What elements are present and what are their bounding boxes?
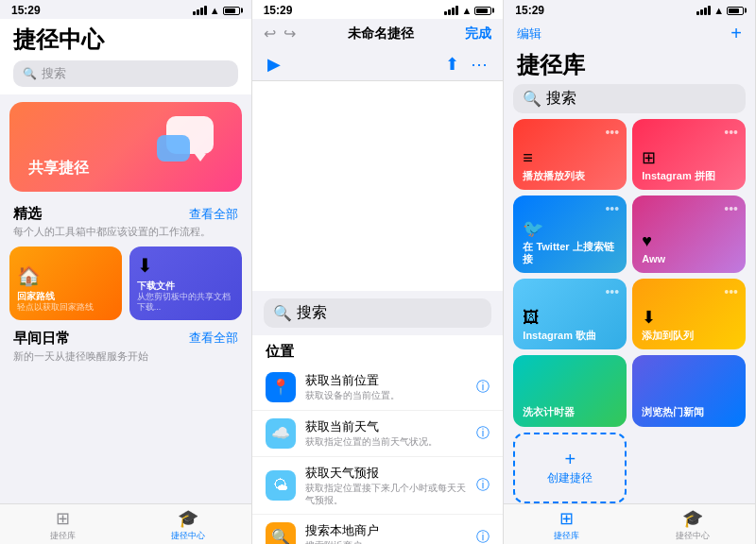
more-icon-1[interactable]: ••• <box>605 125 619 140</box>
undo-icon[interactable]: ↩ <box>264 25 276 42</box>
card-instagram-song[interactable]: ••• 🖼 Instagram 歌曲 <box>513 279 627 349</box>
tab-jiejingku-label-3: 捷径库 <box>554 530 579 542</box>
featured-link[interactable]: 查看全部 <box>189 206 238 223</box>
card-download-label: 下载文件 <box>137 280 234 292</box>
time-1: 15:29 <box>11 4 41 17</box>
panel-unnamed-shortcut: 15:29 ▲ ↩ ↪ 未命名捷径 完成 ▶ ⬆ ⋯ 🔍 搜索 <box>252 0 505 544</box>
tab-jiejingku-3[interactable]: ⊞ 捷径库 <box>504 508 629 542</box>
share-icon[interactable]: ⬆ <box>445 54 459 75</box>
p1-content: 共享捷径 精选 查看全部 每个人的工具箱中都应该设置的工作流程。 🏠 回家路线 … <box>0 94 251 503</box>
p3-header: 编辑 + <box>504 19 755 50</box>
tab-zhongxin-3[interactable]: 🎓 捷径中心 <box>629 508 755 542</box>
settings-icon[interactable]: ⋯ <box>471 54 488 75</box>
status-bar-3: 15:29 ▲ <box>504 0 755 19</box>
play-icon[interactable]: ▶ <box>267 54 281 75</box>
card-twitter-search[interactable]: ••• 🐦 在 Twitter 上搜索链接 <box>513 196 627 273</box>
action-forecast-icon-wrap: 🌤 <box>266 470 296 501</box>
daily-title: 早间日常 <box>13 330 70 348</box>
card-playlist-name: 播放播放列表 <box>523 170 617 182</box>
p1-search-bar[interactable]: 🔍 搜索 <box>13 60 238 87</box>
p3-add-button[interactable]: + <box>730 23 742 44</box>
card-news-name: 浏览热门新闻 <box>642 406 736 418</box>
search-icon-1: 🔍 <box>23 67 37 80</box>
action-forecast-name: 获取天气预报 <box>305 465 468 482</box>
action-location-info[interactable]: ⓘ <box>476 379 490 396</box>
tab-jiejingku-1[interactable]: ⊞ 捷径库 <box>0 508 126 542</box>
signal-icon-3 <box>696 6 711 15</box>
status-icons-3: ▲ <box>696 5 744 16</box>
card-instagram-collage[interactable]: ••• ⊞ Instagram 拼图 <box>632 119 746 190</box>
status-icons-1: ▲ <box>193 5 240 16</box>
redo-icon[interactable]: ↪ <box>284 25 296 42</box>
playlist-icon: ≡ <box>523 148 617 168</box>
card-hot-news[interactable]: 浏览热门新闻 <box>632 355 746 426</box>
action-business-desc: 搜索附近商户。 <box>305 539 468 544</box>
card-home-sublabel: 轻点以获取回家路线 <box>17 302 114 313</box>
action-business-info[interactable]: ⓘ <box>476 529 490 545</box>
card-queue-name: 添加到队列 <box>642 330 736 342</box>
action-search-business[interactable]: 🔍 搜索本地商户 搜索附近商户。 ⓘ <box>252 515 504 545</box>
search-icon-3: 🔍 <box>523 90 541 108</box>
p3-title: 捷径库 <box>504 50 755 84</box>
action-weather-text: 获取当前天气 获取指定位置的当前天气状况。 <box>305 418 468 448</box>
action-weather-icon-wrap: ☁️ <box>266 418 296 449</box>
action-get-location[interactable]: 📍 获取当前位置 获取设备的当前位置。 ⓘ <box>252 365 504 411</box>
panel-jiejingku: 15:29 ▲ 编辑 + 捷径库 🔍 搜索 ••• ≡ 播放播放列表 ••• <box>504 0 756 544</box>
status-icons-2: ▲ <box>444 5 491 16</box>
p1-header: 捷径中心 🔍 搜索 <box>0 19 251 94</box>
tab-jiejingzhongxin-1[interactable]: 🎓 捷径中心 <box>126 508 251 542</box>
featured-cards-row: 🏠 回家路线 轻点以获取回家路线 ⬇ 下载文件 从您剪切板中的共享文档下载... <box>0 243 251 324</box>
create-plus-icon: + <box>564 449 576 470</box>
card-aww-name: Aww <box>642 253 736 265</box>
action-get-weather[interactable]: ☁️ 获取当前天气 获取指定位置的当前天气状况。 ⓘ <box>252 411 504 457</box>
create-shortcut-card[interactable]: + 创建捷径 <box>513 433 627 503</box>
card-playlist[interactable]: ••• ≡ 播放播放列表 <box>513 119 627 190</box>
grid-icon-1: ⊞ <box>56 508 70 529</box>
more-icon-4[interactable]: ••• <box>724 201 738 216</box>
battery-icon-3 <box>727 7 744 15</box>
more-icon-2[interactable]: ••• <box>724 125 738 140</box>
p2-search-bar[interactable]: 🔍 搜索 <box>264 298 492 328</box>
daily-link[interactable]: 查看全部 <box>189 330 238 347</box>
more-icon-3[interactable]: ••• <box>605 201 619 216</box>
p3-search-placeholder: 搜索 <box>546 89 576 109</box>
action-business-icon-wrap: 🔍 <box>266 522 296 545</box>
action-weather-info[interactable]: ⓘ <box>476 425 490 442</box>
forecast-icon: 🌤 <box>273 477 288 494</box>
signal-icon-2 <box>444 6 458 15</box>
tab-zhongxin-label-1: 捷径中心 <box>171 530 205 542</box>
heart-icon: ♥ <box>642 231 736 251</box>
download-icon: ⬇ <box>137 254 234 277</box>
more-icon-5[interactable]: ••• <box>605 284 619 299</box>
p3-edit-button[interactable]: 编辑 <box>517 26 541 42</box>
home-icon: 🏠 <box>17 264 114 287</box>
more-icon-6[interactable]: ••• <box>724 284 738 299</box>
twitter-icon: 🐦 <box>523 218 617 239</box>
card-download[interactable]: ⬇ 下载文件 从您剪切板中的共享文档下载... <box>129 246 242 320</box>
card-home[interactable]: 🏠 回家路线 轻点以获取回家路线 <box>9 246 122 320</box>
action-forecast-info[interactable]: ⓘ <box>476 477 490 494</box>
featured-banner[interactable]: 共享捷径 <box>9 102 242 192</box>
p2-done-button[interactable]: 完成 <box>465 26 491 42</box>
status-bar-1: 15:29 ▲ <box>0 0 251 19</box>
action-get-forecast[interactable]: 🌤 获取天气预报 获取指定位置接下来几个小时或每天天气预报。 ⓘ <box>252 457 504 515</box>
battery-icon-1 <box>223 7 240 15</box>
action-business-text: 搜索本地商户 搜索附近商户。 <box>305 522 468 544</box>
p2-nav: ↩ ↪ 未命名捷径 完成 <box>252 19 504 48</box>
wifi-icon-3: ▲ <box>713 5 724 16</box>
p1-tabbar: ⊞ 捷径库 🎓 捷径中心 <box>0 503 251 544</box>
p2-toolbar: ▶ ⬆ ⋯ <box>252 48 504 81</box>
p3-search-bar[interactable]: 🔍 搜索 <box>513 84 746 113</box>
card-laundry-timer[interactable]: 洗衣计时器 <box>513 355 627 426</box>
signal-icon-1 <box>193 6 207 15</box>
tab-zhongxin-label-3: 捷径中心 <box>676 530 710 542</box>
card-aww[interactable]: ••• ♥ Aww <box>632 196 746 273</box>
star-icon-3: 🎓 <box>682 508 703 529</box>
card-add-queue[interactable]: ••• ⬇ 添加到队列 <box>632 279 746 349</box>
picture-icon: 🖼 <box>523 308 617 328</box>
p2-search-area: 🔍 搜索 <box>252 291 504 335</box>
card-twitter-name: 在 Twitter 上搜索链接 <box>523 241 617 265</box>
chat-bubble2-icon <box>157 135 190 162</box>
card-download-sublabel: 从您剪切板中的共享文档下载... <box>137 292 234 313</box>
card-song-name: Instagram 歌曲 <box>523 330 617 342</box>
